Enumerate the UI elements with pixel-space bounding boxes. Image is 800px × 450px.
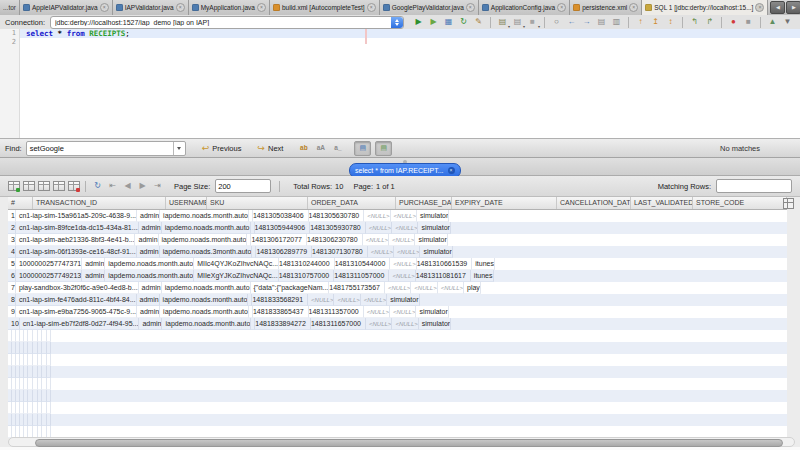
table-cell[interactable]: cn1-iap-sim-15a961a5-209c-4638-9... bbox=[16, 210, 137, 222]
tab-scroll-left-button[interactable]: ◀ bbox=[770, 1, 785, 14]
match-case-icon[interactable]: aA bbox=[314, 142, 327, 154]
column-header[interactable]: CANCELLATION_DATE bbox=[557, 197, 631, 209]
table-cell[interactable]: itunes bbox=[471, 270, 494, 282]
table-cell[interactable]: iapdemo.noads.month.auto bbox=[160, 306, 249, 318]
shift-left-icon[interactable]: ↰ bbox=[688, 16, 701, 28]
chevron-down-icon[interactable] bbox=[173, 142, 185, 155]
table-cell[interactable]: 1000000257747371 bbox=[16, 258, 82, 270]
jump-up-icon[interactable]: ▲ bbox=[766, 16, 779, 28]
truncate-table-icon[interactable] bbox=[67, 180, 80, 192]
table-cell[interactable]: 1481310244000 bbox=[279, 258, 335, 270]
table-cell[interactable]: <NULL> bbox=[364, 210, 390, 222]
run-sql-icon[interactable]: ▶ bbox=[412, 16, 425, 28]
column-settings-icon[interactable] bbox=[783, 198, 794, 209]
table-cell[interactable]: play-sandbox-3b2f0f6c-a9e0-4ed8-b... bbox=[16, 282, 139, 294]
horizontal-scrollbar[interactable] bbox=[8, 437, 795, 447]
upload-icon[interactable]: ↑ bbox=[634, 16, 647, 28]
table-cell[interactable]: 1 bbox=[8, 210, 16, 222]
table-cell[interactable]: {"data":{"packageNam... bbox=[251, 282, 330, 294]
table-cell[interactable]: 3 bbox=[8, 234, 16, 246]
table-cell[interactable]: <NULL> bbox=[364, 306, 390, 318]
table-cell[interactable]: iapdemo.noads.month.auto bbox=[162, 222, 251, 234]
table-cell[interactable]: iapdemo.noads.month.auto bbox=[159, 234, 248, 246]
table-cell[interactable]: 6 bbox=[8, 270, 16, 282]
table-cell[interactable]: simulator bbox=[387, 294, 419, 306]
table-cell[interactable]: <NULL> bbox=[389, 234, 415, 246]
previous-page-icon[interactable]: ◀ bbox=[121, 180, 134, 192]
commit-record-icon[interactable] bbox=[52, 180, 65, 192]
editor-tab[interactable]: AppleIAPValidator.java× bbox=[20, 0, 113, 15]
table-cell[interactable]: 1481307130780 bbox=[312, 246, 368, 258]
close-icon[interactable]: × bbox=[466, 3, 475, 12]
edit-snippet-icon[interactable]: ✎ bbox=[472, 16, 485, 28]
close-icon[interactable]: × bbox=[755, 3, 764, 12]
close-icon[interactable]: × bbox=[257, 3, 266, 12]
table-cell[interactable]: <NULL> bbox=[366, 222, 392, 234]
import-icon[interactable]: ▥ bbox=[610, 16, 623, 28]
table-row[interactable]: 7play-sandbox-3b2f0f6c-a9e0-4ed8-b...adm… bbox=[8, 282, 787, 294]
regexp-toggle[interactable]: ▤ bbox=[354, 141, 371, 156]
table-cell[interactable]: 8 bbox=[8, 294, 16, 306]
table-cell[interactable]: admin bbox=[135, 234, 158, 246]
table-cell[interactable]: 1481311081617 bbox=[416, 270, 471, 282]
sql-editor[interactable]: 12 select * from RECEIPTS; bbox=[0, 29, 800, 138]
close-icon[interactable]: × bbox=[176, 3, 185, 12]
table-cell[interactable]: admin bbox=[137, 246, 160, 258]
record-macro-icon[interactable]: ● bbox=[727, 16, 740, 28]
table-cell[interactable]: cn1-iap-sim-fe476add-811c-4bf4-84... bbox=[16, 294, 137, 306]
table-row[interactable]: 9cn1-iap-sim-e9ba7256-9065-475c-9...admi… bbox=[8, 306, 787, 318]
table-cell[interactable]: <NULL> bbox=[363, 234, 389, 246]
whole-word-icon[interactable]: a_ bbox=[331, 142, 344, 154]
table-cell[interactable]: <NULL> bbox=[390, 306, 416, 318]
table-cell[interactable]: <NULL> bbox=[438, 282, 464, 294]
table-cell[interactable]: simulator bbox=[418, 222, 450, 234]
highlight-results-icon[interactable]: ab bbox=[297, 142, 310, 154]
table-cell[interactable]: 1481305630780 bbox=[309, 210, 365, 222]
close-icon[interactable]: × bbox=[367, 3, 376, 12]
table-cell[interactable]: 1481311057000 bbox=[334, 270, 389, 282]
table-cell[interactable]: simulator bbox=[420, 246, 452, 258]
next-occurrence-icon[interactable]: → bbox=[580, 16, 593, 28]
table-cell[interactable]: 1481833568291 bbox=[252, 294, 308, 306]
table-cell[interactable]: iapdemo.noads.month.auto bbox=[162, 282, 251, 294]
editor-tab[interactable]: MyApplication.java× bbox=[189, 0, 270, 15]
stop-macro-icon[interactable]: ■ bbox=[742, 16, 755, 28]
editor-tab[interactable]: GooglePlayValidator.java× bbox=[380, 0, 479, 15]
table-cell[interactable]: admin bbox=[139, 318, 162, 330]
table-cell[interactable]: simulator bbox=[415, 234, 447, 246]
table-cell[interactable]: admin bbox=[82, 270, 105, 282]
sql-history-icon[interactable]: ▦ bbox=[442, 16, 455, 28]
table-cell[interactable]: <NULL> bbox=[385, 282, 411, 294]
next-page-icon[interactable]: ▶ bbox=[136, 180, 149, 192]
deploy-icon[interactable]: ↥ bbox=[649, 16, 662, 28]
column-header[interactable]: ORDER_DATA bbox=[308, 197, 396, 209]
first-page-icon[interactable]: ⇤ bbox=[106, 180, 119, 192]
column-header[interactable]: PURCHASE_DATE bbox=[396, 197, 452, 209]
table-cell[interactable]: 2 bbox=[8, 222, 16, 234]
table-row[interactable]: 10cn1-iap-sim-eb7f2df8-0d27-4f94-95...ad… bbox=[8, 318, 787, 330]
table-cell[interactable]: <NULL> bbox=[392, 222, 418, 234]
table-cell[interactable]: <NULL> bbox=[368, 246, 394, 258]
column-header[interactable]: TRANSACTION_ID bbox=[33, 197, 166, 209]
editor-tab[interactable]: IAPValidator.java× bbox=[113, 0, 189, 15]
run-statement-icon[interactable]: ▶ bbox=[427, 16, 440, 28]
edit-record-icon[interactable] bbox=[37, 180, 50, 192]
find-icon[interactable]: ○ bbox=[550, 16, 563, 28]
table-cell[interactable]: iapdemo.noads.month.auto bbox=[105, 270, 194, 282]
table-cell[interactable]: admin bbox=[137, 306, 160, 318]
table-cell[interactable]: 1481306172077 bbox=[251, 234, 307, 246]
table-cell[interactable]: 1481305930780 bbox=[310, 222, 366, 234]
open-snippet-icon[interactable]: ▤▾ bbox=[496, 16, 509, 28]
table-cell[interactable]: 1000000257749213 bbox=[16, 270, 82, 282]
close-icon[interactable]: × bbox=[448, 167, 455, 174]
table-cell[interactable]: <NULL> bbox=[391, 210, 417, 222]
editor-tab[interactable]: build.xml [AutocompleteTest]× bbox=[270, 0, 380, 15]
close-icon[interactable]: × bbox=[557, 3, 566, 12]
editor-code-area[interactable]: select * from RECEIPTS; bbox=[20, 29, 800, 138]
column-header[interactable]: USERNAME bbox=[166, 197, 207, 209]
table-cell[interactable]: play bbox=[464, 282, 481, 294]
close-icon[interactable]: × bbox=[629, 3, 638, 12]
table-row[interactable]: 51000000257747371adminiapdemo.noads.mont… bbox=[8, 258, 787, 270]
last-page-icon[interactable]: ⇥ bbox=[151, 180, 164, 192]
table-cell[interactable]: MIIeXgYJKoZIhvcNAQc... bbox=[194, 270, 279, 282]
